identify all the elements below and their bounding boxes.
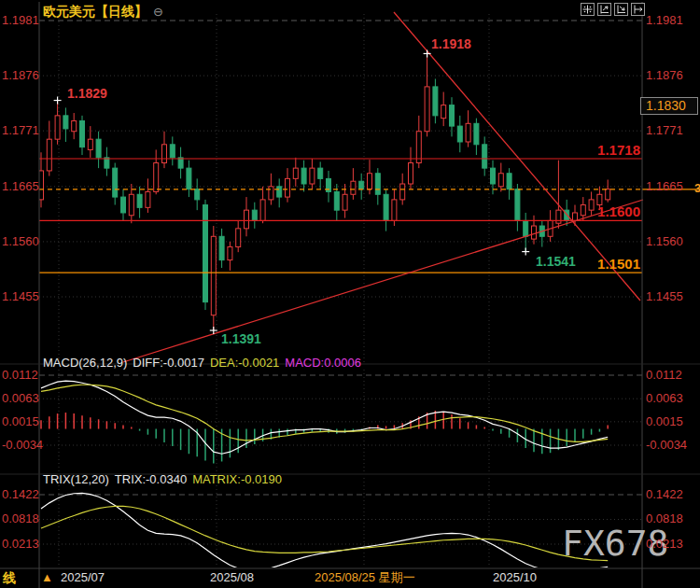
triangle-up-icon[interactable]: ▲ [41, 570, 53, 584]
extreme-point-markers [54, 49, 530, 334]
macd-header: MACD(26,12,9)DIFF:-0.0017DEA:-0.0021MACD… [43, 356, 367, 370]
date-axis-label: 2025/08/25 星期一 [315, 571, 415, 584]
swing-high-label: 1.1918 [431, 37, 471, 50]
chart-toolbar [581, 3, 645, 16]
date-axis-label: 2025/08 [210, 571, 254, 584]
chart-window: 欧元美元【日线】⊖ MACD(26,12,9)DIFF:-0.0017DEA:-… [0, 0, 700, 588]
price-axis-label-left: 1.1560 [2, 235, 35, 248]
draw-line-label[interactable]: 线 [3, 570, 16, 587]
trix-header: TRIX(12,20)TRIX:-0.0340MATRIX:-0.0190 [43, 472, 287, 486]
trix-axis-label-right: 0.0213 [646, 538, 683, 551]
price-axis-label-right: 1.1665 [646, 180, 683, 193]
trix-axis-label-left: 0.0818 [2, 512, 35, 525]
macd-name: MACD(26,12,9) [43, 356, 127, 370]
pan-right-icon[interactable] [631, 3, 645, 16]
price-axis-label-left: 1.1455 [2, 290, 35, 303]
clipped-axis-fragment: 3 [694, 181, 700, 195]
macd-axis-label-right: -0.0034 [646, 439, 687, 452]
collapse-icon[interactable]: ⊖ [153, 5, 163, 19]
price-axis-label-right: 1.1455 [646, 290, 683, 303]
chart-title-row: 欧元美元【日线】⊖ [43, 4, 163, 21]
price-axis-label-right: 1.1560 [646, 235, 683, 248]
macd-axis-label-left: 0.0112 [2, 369, 35, 382]
macd-axis-label-left: -0.0034 [2, 439, 35, 452]
trix-value: TRIX:-0.0340 [115, 472, 187, 486]
level-price-label: 1.1718 [0, 144, 640, 157]
macd-axis-label-left: 0.0015 [2, 415, 35, 428]
macd-macd-value: MACD:0.0006 [285, 356, 361, 370]
swing-low-label: 1.1541 [536, 255, 576, 268]
trix-axis-label-right: 0.0818 [646, 512, 683, 525]
date-axis-label: 2025/07 [61, 571, 105, 584]
trix-axis-label-left: 0.0213 [2, 538, 35, 551]
macd-axis-label-left: 0.0063 [2, 392, 35, 405]
symbol-title: 欧元美元【日线】 [43, 4, 147, 19]
price-axis-label-right: 1.1876 [646, 69, 683, 82]
level-price-label: 1.1600 [0, 205, 640, 218]
macd-axis-label-right: 0.0015 [646, 415, 683, 428]
price-axis-label-right: 1.1771 [646, 124, 683, 137]
macd-dea-value: DEA:-0.0021 [210, 356, 279, 370]
date-axis-label: 2025/10 [493, 571, 537, 584]
axis-expand-right-icon[interactable] [614, 3, 628, 16]
matrix-value: MATRIX:-0.0190 [192, 472, 282, 486]
price-alert-box[interactable]: 1.1830 [640, 97, 698, 115]
axis-expand-left-icon[interactable] [597, 3, 611, 16]
trix-axis-label-left: 0.1422 [2, 488, 35, 501]
price-axis-label-left: 1.1771 [2, 124, 35, 137]
swing-high-label: 1.1829 [67, 87, 107, 100]
macd-axis-label-right: 0.0112 [646, 369, 682, 382]
macd-axis-label-right: 0.0063 [646, 392, 683, 405]
price-axis-label-left: 1.1876 [2, 69, 35, 82]
move-icon[interactable] [581, 3, 595, 16]
macd-series [41, 381, 608, 463]
price-axis-label-right: 1.1981 [646, 14, 683, 27]
candlestick-series [39, 53, 610, 330]
trix-name: TRIX(12,20) [43, 472, 109, 486]
price-axis-label-left: 1.1981 [2, 14, 35, 27]
macd-diff-value: DIFF:-0.0017 [133, 356, 204, 370]
price-axis-label-left: 1.1665 [2, 180, 35, 193]
trix-axis-label-right: 0.1422 [646, 488, 683, 501]
swing-low-label: 1.1391 [221, 332, 261, 345]
trix-series [41, 493, 608, 571]
